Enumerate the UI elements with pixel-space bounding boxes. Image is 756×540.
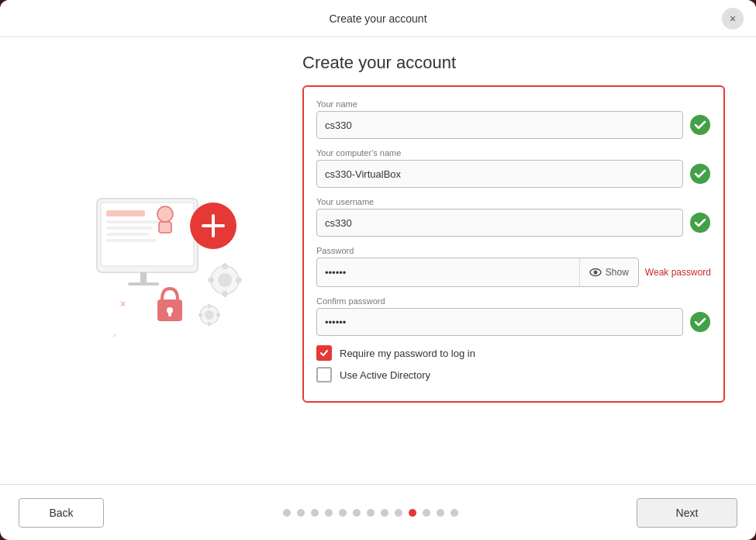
svg-rect-2 (106, 210, 145, 216)
pagination-dot-10 (423, 509, 430, 517)
svg-rect-32 (198, 313, 202, 317)
svg-point-41 (593, 271, 597, 275)
pagination-dot-11 (437, 509, 444, 517)
svg-rect-30 (208, 322, 211, 326)
show-label: Show (606, 267, 629, 278)
name-check-icon (689, 114, 711, 136)
svg-point-28 (205, 310, 214, 320)
footer: Back Next (0, 484, 756, 540)
active-directory-checkbox[interactable] (316, 367, 332, 382)
svg-rect-4 (106, 227, 153, 230)
pagination-dot-3 (325, 509, 333, 517)
svg-point-39 (690, 213, 710, 233)
username-field: Your username (316, 197, 711, 237)
computer-name-row (316, 160, 711, 188)
svg-text:×: × (120, 299, 126, 310)
pagination-dot-4 (339, 509, 347, 517)
confirm-password-label: Confirm password (316, 296, 711, 306)
username-input[interactable] (316, 209, 683, 237)
svg-rect-8 (159, 222, 171, 233)
window-title: Create your account (329, 12, 426, 25)
show-password-button[interactable]: Show (579, 258, 638, 286)
confirm-password-input[interactable] (316, 308, 683, 336)
svg-point-18 (218, 273, 232, 287)
pagination-dot-2 (311, 509, 319, 517)
active-directory-row[interactable]: Use Active Directory (316, 367, 711, 382)
next-button[interactable]: Next (637, 498, 737, 528)
require-password-label: Require my password to log in (340, 348, 475, 359)
pagination-dot-0 (283, 509, 291, 517)
pagination-dot-9 (409, 509, 416, 517)
computer-name-check-icon (689, 163, 711, 185)
svg-rect-5 (106, 233, 149, 236)
name-input[interactable] (316, 111, 683, 139)
svg-rect-31 (216, 313, 220, 317)
pagination-dot-8 (395, 509, 402, 517)
checkmark-icon (319, 348, 329, 358)
svg-point-38 (690, 164, 710, 184)
pagination-dots (283, 509, 458, 517)
illustration: × × × × (43, 152, 244, 369)
illustration-svg: × × × × (43, 152, 244, 369)
password-input[interactable] (317, 258, 579, 286)
close-button[interactable]: × (722, 8, 744, 29)
active-directory-label: Use Active Directory (340, 369, 430, 381)
svg-rect-29 (208, 304, 211, 308)
computer-name-label: Your computer's name (316, 148, 711, 158)
confirm-password-check-icon (689, 311, 711, 333)
content-area: × × × × Create your account Your name (0, 37, 756, 484)
computer-name-input[interactable] (316, 160, 683, 188)
username-label: Your username (316, 197, 711, 206)
password-label: Password (316, 246, 711, 255)
confirm-password-row (316, 308, 711, 336)
require-password-checkbox[interactable] (316, 345, 332, 361)
password-input-wrap: Show (316, 258, 639, 287)
svg-point-42 (690, 312, 710, 332)
svg-rect-10 (128, 282, 159, 286)
name-row (316, 111, 711, 139)
password-field: Password Show Weak (316, 246, 711, 287)
name-field: Your name (316, 99, 711, 139)
main-window: Create your account × (0, 0, 756, 540)
svg-point-37 (690, 115, 710, 135)
confirm-password-field: Confirm password (316, 296, 711, 336)
page-heading: Create your account (302, 53, 725, 73)
svg-rect-3 (106, 220, 161, 223)
svg-text:×: × (112, 331, 117, 340)
password-row: Show Weak password (316, 258, 711, 287)
pagination-dot-12 (450, 509, 458, 517)
illustration-panel: × × × × (0, 37, 287, 484)
pagination-dot-1 (297, 509, 305, 517)
svg-rect-6 (106, 239, 157, 242)
back-button[interactable]: Back (19, 498, 104, 528)
require-password-row[interactable]: Require my password to log in (316, 345, 711, 361)
weak-password-text: Weak password (645, 267, 711, 278)
eye-icon (589, 266, 602, 279)
right-panel: Create your account Your name Your (287, 37, 756, 484)
svg-rect-9 (140, 272, 147, 284)
computer-name-field: Your computer's name (316, 148, 711, 188)
titlebar: Create your account × (0, 0, 756, 37)
svg-rect-16 (168, 310, 171, 317)
username-check-icon (689, 212, 711, 234)
pagination-dot-6 (367, 509, 375, 517)
name-label: Your name (316, 99, 711, 109)
pagination-dot-7 (381, 509, 388, 517)
pagination-dot-5 (353, 509, 361, 517)
svg-point-7 (157, 206, 173, 222)
form-container: Your name Your computer's name (302, 85, 725, 403)
username-row (316, 209, 711, 237)
